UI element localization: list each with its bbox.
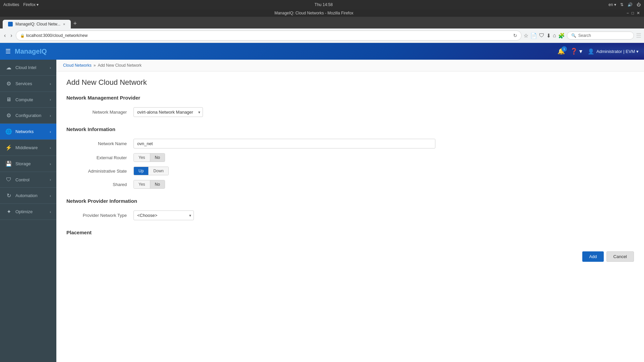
active-tab[interactable]: ManageIQ: Cloud Netw... ×: [3, 20, 71, 28]
provider-network-type-select[interactable]: <Choose>: [133, 210, 194, 220]
add-button[interactable]: Add: [582, 251, 603, 262]
forward-button[interactable]: ›: [9, 31, 13, 40]
sidebar: ☁ Cloud Intel › ⚙ Services › 🖥 Compute ›…: [0, 60, 56, 362]
sidebar-item-label: Configuration: [15, 113, 46, 118]
power-icon[interactable]: ⏻: [637, 2, 641, 7]
shared-control: Yes No: [133, 180, 435, 189]
volume-icon: 🔊: [628, 2, 633, 7]
download-icon[interactable]: ⬇: [546, 33, 551, 39]
chevron-right-icon: ›: [50, 130, 51, 134]
app-logo[interactable]: ManageIQ: [15, 48, 47, 55]
admin-state-toggle: Up Down: [133, 167, 169, 175]
address-bar: 🔒 localhost:3000/cloud_network/new ↻: [16, 31, 522, 41]
automation-icon: ↻: [5, 192, 12, 199]
network-info-section-title: Network Information: [66, 126, 634, 133]
sidebar-item-middleware[interactable]: ⚡ Middleware ›: [0, 140, 56, 156]
control-icon: 🛡: [5, 177, 12, 183]
close-window-button[interactable]: ✕: [637, 11, 640, 15]
chevron-right-icon: ›: [50, 178, 51, 182]
browser-nav-icons: ☆ 📄 🛡 ⬇ ⌂ 🧩: [524, 33, 565, 39]
browser-search-bar[interactable]: 🔍 Search: [567, 32, 634, 40]
network-name-control: [133, 139, 435, 148]
app-layout: ☁ Cloud Intel › ⚙ Services › 🖥 Compute ›…: [0, 60, 644, 362]
minimize-window-button[interactable]: −: [627, 11, 629, 15]
activities-menu[interactable]: Activities: [3, 2, 19, 7]
shared-yes-button[interactable]: Yes: [134, 180, 150, 188]
maximize-window-button[interactable]: □: [632, 11, 634, 15]
sidebar-item-automation[interactable]: ↻ Automation ›: [0, 188, 56, 204]
reader-view-icon[interactable]: 📄: [530, 33, 537, 39]
os-clock: Thu 14:58: [315, 2, 333, 7]
chevron-right-icon: ›: [50, 114, 51, 118]
chevron-right-icon: ›: [50, 194, 51, 198]
cloud-intel-icon: ☁: [5, 64, 12, 71]
sidebar-item-label: Cloud Intel: [15, 65, 46, 70]
optimize-icon: ✦: [5, 208, 12, 215]
sidebar-item-compute[interactable]: 🖥 Compute ›: [0, 92, 56, 108]
add-tab-button[interactable]: +: [71, 19, 80, 28]
sidebar-item-networks[interactable]: 🌐 Networks ›: [0, 124, 56, 140]
chevron-right-icon: ›: [50, 82, 51, 86]
admin-state-up-button[interactable]: Up: [134, 167, 149, 175]
shared-label: Shared: [66, 182, 133, 187]
sidebar-item-services[interactable]: ⚙ Services ›: [0, 76, 56, 92]
browser-title: ManageIQ: Cloud Networks - Mozilla Firef…: [274, 11, 353, 15]
home-icon[interactable]: ⌂: [553, 33, 556, 39]
os-bar: Activities Firefox ▾ Thu 14:58 en ▾ ⇅ 🔊 …: [0, 0, 644, 9]
bookmark-star-icon[interactable]: ☆: [524, 33, 528, 39]
sidebar-item-control[interactable]: 🛡 Control ›: [0, 172, 56, 188]
app-header: ☰ ManageIQ 🔔 1 ❓ ▾ 👤 Administrator | EVM…: [0, 43, 644, 60]
tab-close-button[interactable]: ×: [63, 22, 65, 26]
back-button[interactable]: ‹: [3, 31, 7, 40]
sidebar-toggle-button[interactable]: ☰: [5, 48, 11, 55]
user-label: Administrator | EVM ▾: [596, 49, 639, 54]
provider-section-title: Network Provider Information: [66, 198, 634, 205]
sidebar-item-optimize[interactable]: ✦ Optimize ›: [0, 204, 56, 220]
network-manager-select[interactable]: ovirt-alona Network Manager: [133, 107, 203, 117]
breadcrumb-current: Add New Cloud Network: [98, 63, 142, 68]
sidebar-item-label: Storage: [15, 161, 46, 166]
cancel-button[interactable]: Cancel: [606, 251, 634, 262]
sidebar-item-cloud-intel[interactable]: ☁ Cloud Intel ›: [0, 60, 56, 76]
sidebar-item-label: Automation: [15, 193, 46, 198]
external-router-no-button[interactable]: No: [150, 154, 165, 162]
shield-icon: 🛡: [539, 33, 544, 39]
chevron-right-icon: ›: [50, 66, 51, 70]
sidebar-item-configuration[interactable]: ⚙ Configuration ›: [0, 108, 56, 124]
os-bar-right: en ▾ ⇅ 🔊 ⏻: [608, 2, 641, 7]
compute-icon: 🖥: [5, 97, 12, 103]
breadcrumb-separator: »: [94, 63, 96, 68]
user-menu[interactable]: 👤 Administrator | EVM ▾: [588, 48, 639, 55]
provider-network-type-control: <Choose>: [133, 210, 435, 220]
browser-menu-button[interactable]: ☰: [636, 32, 641, 39]
network-manager-label: Network Manager: [66, 110, 133, 115]
language-selector[interactable]: en ▾: [608, 2, 616, 7]
external-router-label: External Router: [66, 155, 133, 160]
networks-icon: 🌐: [5, 128, 12, 135]
admin-state-down-button[interactable]: Down: [149, 167, 168, 175]
provider-network-type-select-wrapper: <Choose>: [133, 210, 194, 220]
shared-row: Shared Yes No: [66, 180, 634, 189]
sidebar-item-label: Optimize: [15, 209, 46, 214]
breadcrumb-parent-link[interactable]: Cloud Networks: [63, 63, 92, 68]
help-icon[interactable]: ❓ ▾: [570, 48, 582, 55]
management-section-title: Network Management Provider: [66, 95, 634, 102]
header-right: 🔔 1 ❓ ▾ 👤 Administrator | EVM ▾: [557, 48, 639, 55]
sidebar-item-label: Compute: [15, 97, 46, 102]
sidebar-item-storage[interactable]: 💾 Storage ›: [0, 156, 56, 172]
placement-section: Placement: [66, 230, 634, 237]
external-router-yes-button[interactable]: Yes: [134, 154, 150, 162]
firefox-menu[interactable]: Firefox ▾: [23, 2, 39, 7]
search-icon: 🔍: [571, 33, 576, 38]
storage-icon: 💾: [5, 161, 12, 167]
network-icon: ⇅: [620, 2, 624, 7]
notifications-icon[interactable]: 🔔 1: [557, 48, 565, 55]
network-name-input[interactable]: [133, 139, 435, 148]
extension-icon[interactable]: 🧩: [558, 33, 565, 39]
url-text[interactable]: localhost:3000/cloud_network/new: [26, 33, 514, 38]
shared-no-button[interactable]: No: [150, 180, 165, 188]
admin-state-row: Administrative State Up Down: [66, 167, 634, 175]
os-bar-left: Activities Firefox ▾: [3, 2, 39, 7]
shared-toggle: Yes No: [133, 180, 165, 189]
refresh-button[interactable]: ↻: [513, 33, 517, 38]
